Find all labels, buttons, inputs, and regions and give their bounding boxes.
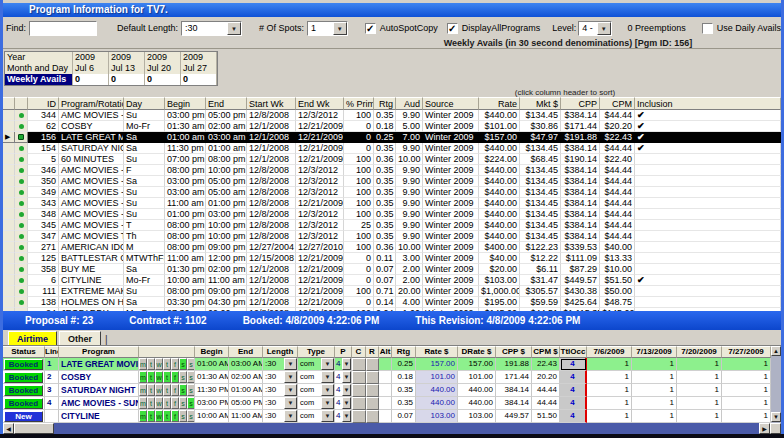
table-row[interactable]: 347AMC MOVIES THUTh08:00 pm10:00 pm12/8/… [3,231,781,242]
spots-combo[interactable]: 1 ▼ [307,21,348,36]
week-spots-cell[interactable]: 1 [587,384,632,397]
status-cell[interactable]: Booked [3,384,45,397]
rate-cell[interactable]: 157.00 [416,358,458,371]
table-row[interactable]: 125BATTLESTAR GALMTWThFS11:00 am12:00 pm… [3,253,781,264]
week-spots-cell[interactable]: 1 [632,397,677,410]
column-header-rtg[interactable]: Rtg [374,97,396,110]
chevron-down-icon[interactable]: ▼ [321,358,334,370]
table-row[interactable]: 358BUY MESa01:30 pm02:00 pm12/1/200812/2… [3,264,781,275]
day-toggle-t[interactable]: t [163,384,171,396]
column-header-r[interactable]: R [366,346,379,358]
chevron-down-icon[interactable]: ▼ [342,358,351,370]
day-toggle-s[interactable]: s [187,371,195,383]
day-toggle-f[interactable]: f [171,384,179,396]
status-badge[interactable]: Booked [4,398,43,409]
column-header-rate[interactable]: Rate [479,97,520,110]
horizontal-scrollbar[interactable]: ◀ ▶ [3,423,781,434]
week-spots-cell[interactable]: 1 [632,410,677,423]
priority-cell[interactable]: 4▼ [335,358,352,371]
r-flag-cell[interactable] [366,397,379,410]
column-header-rtg[interactable]: Rtg [392,346,416,358]
day-toggle-s[interactable]: s [179,371,187,383]
rate-cell[interactable]: 440.00 [416,397,458,410]
column-header-7-6-2009[interactable]: 7/6/2009 [587,346,632,358]
rate-cell[interactable]: 440.00 [416,384,458,397]
table-row[interactable]: 348AMC MOVIES - SUISu01:00 pm03:00 pm12/… [3,209,781,220]
column-header-cpm[interactable]: CPM [600,97,635,110]
day-toggle-s[interactable]: s [179,410,187,422]
default-length-combo[interactable]: :30 ▼ [181,21,242,36]
chevron-down-icon[interactable]: ▼ [342,410,351,422]
column-header-source[interactable]: Source [423,97,479,110]
week-spots-cell[interactable]: 1 [677,410,722,423]
table-row[interactable]: 345AMC MOVIES - TUIT08:00 pm10:00 pm12/8… [3,220,781,231]
status-badge[interactable]: Booked [4,372,43,383]
priority-cell[interactable]: 4▼ [335,384,352,397]
autospotcopy-checkbox[interactable]: ✓ [365,23,376,34]
column-header-end[interactable]: End [206,97,247,110]
week-spots-cell[interactable]: 1 [632,358,677,371]
scroll-up-icon[interactable]: ▲ [771,346,781,356]
week-spots-cell[interactable]: 1 [722,358,771,371]
column-header--prime[interactable]: % Prime [344,97,374,110]
chevron-down-icon[interactable]: ▼ [342,397,351,409]
column-header-id[interactable]: ID [28,97,59,110]
week-spots-cell[interactable]: 1 [677,371,722,384]
table-row[interactable]: 350AMC MOVIES - SATSa03:00 pm05:00 pm12/… [3,176,781,187]
alt-cell[interactable] [379,371,392,384]
alt-cell[interactable] [379,384,392,397]
column-header-status[interactable]: Status [3,346,45,358]
alt-cell[interactable] [379,358,392,371]
ttlocc-cell[interactable]: 4 [560,410,587,423]
end-cell[interactable]: 02:00 AM [229,371,263,384]
status-cell[interactable]: Booked [3,397,45,410]
day-toggle-w[interactable]: w [155,397,163,409]
week-spots-cell[interactable]: 1 [722,371,771,384]
scroll-left-icon[interactable]: ◀ [3,423,14,434]
chevron-down-icon[interactable]: ▼ [333,22,347,35]
begin-cell[interactable]: 11:30 PM [195,384,229,397]
column-header-begin[interactable]: Begin [195,346,229,358]
chevron-down-icon[interactable]: ▼ [284,358,297,370]
column-header-p[interactable]: P [335,346,352,358]
column-header-aud[interactable]: Aud [396,97,423,110]
ttlocc-cell[interactable]: 4 [560,371,587,384]
column-header-end[interactable]: End [229,346,263,358]
type-cell[interactable]: com▼ [298,358,335,371]
alt-cell[interactable] [379,397,392,410]
rate-cell[interactable]: 103.00 [416,410,458,423]
day-toggle-f[interactable]: f [171,410,179,422]
avail-cell[interactable]: 0 [109,74,145,85]
type-cell[interactable]: com▼ [298,397,335,410]
column-header-inclusion[interactable]: Inclusion [635,97,781,110]
week-spots-cell[interactable]: 1 [677,358,722,371]
day-toggle-w[interactable]: w [155,410,163,422]
column-header-length[interactable]: Length [263,346,298,358]
displayallprograms-checkbox[interactable]: ✓ [447,23,458,34]
c-flag-cell[interactable] [352,410,366,423]
day-toggle-m[interactable]: m [139,371,147,383]
chevron-down-icon[interactable]: ▼ [227,22,241,35]
table-row[interactable]: 349AMC MOVIES - SUISu03:00 am05:00 am12/… [3,187,781,198]
column-header-rate-[interactable]: Rate $ [416,346,458,358]
begin-cell[interactable]: 10:00 AM [195,410,229,423]
week-spots-cell[interactable]: 1 [722,410,771,423]
priority-cell[interactable]: 4▼ [335,371,352,384]
status-badge[interactable]: New [4,411,43,422]
avail-cell[interactable]: 0 [73,74,109,85]
vertical-scrollbar[interactable]: ▲ ▼ [771,346,781,423]
chevron-down-icon[interactable]: ▼ [321,371,334,383]
table-row[interactable]: 271AMERICAN IDOLM08:00 pm09:00 pm12/27/2… [3,242,781,253]
r-flag-cell[interactable] [366,371,379,384]
table-row[interactable]: 343AMC MOVIES - SUISu11:00 am01:00 pm12/… [3,198,781,209]
order-row[interactable]: Booked4AMC MOVIES - SUNDAYmtwtfss03:00 P… [3,397,771,410]
chevron-down-icon[interactable]: ▼ [321,410,334,422]
table-row[interactable]: 154SATURDAY NIGHTSa11:30 pm01:00 am12/1/… [3,143,781,154]
column-header-program-rotation[interactable]: Program/Rotation [59,97,124,110]
day-toggle-s[interactable]: s [179,397,187,409]
day-toggle-w[interactable]: w [155,371,163,383]
week-spots-cell[interactable]: 1 [587,371,632,384]
day-toggle-m[interactable]: m [139,397,147,409]
status-badge[interactable]: Booked [4,385,43,396]
week-spots-cell[interactable]: 1 [677,384,722,397]
